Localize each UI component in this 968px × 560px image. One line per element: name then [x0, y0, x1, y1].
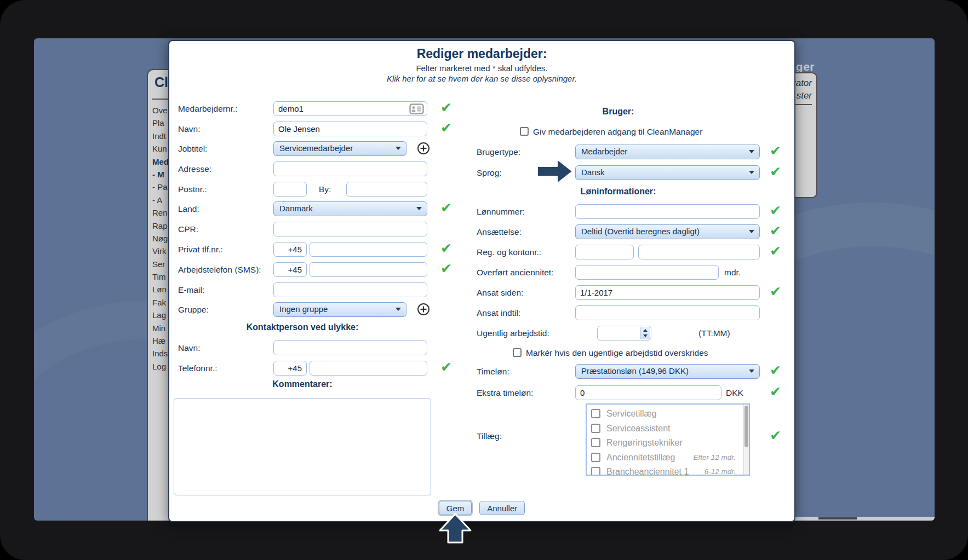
salary-number-input[interactable]: [575, 204, 760, 219]
seniority-input[interactable]: [575, 265, 719, 280]
comments-header: Kommentarer:: [174, 379, 431, 389]
employment-select[interactable]: Deltid (Overtid beregnes dagligt): [575, 224, 760, 239]
annotation-arrow-language: [536, 158, 575, 185]
cpr-label: CPR:: [178, 222, 198, 236]
jobtitle-select[interactable]: Servicemedarbejder: [273, 141, 406, 156]
address-input[interactable]: [273, 161, 427, 176]
supplement-label: Servicetillæg: [606, 407, 657, 421]
list-item[interactable]: Anciennitetstillæg Efter 12 mdr.: [587, 451, 742, 465]
contact-phone-label: Telefonnr.:: [178, 361, 217, 376]
valid-check-icon: ✔: [440, 261, 452, 276]
employee-number-input[interactable]: [273, 101, 427, 116]
page-fragment: [818, 517, 857, 519]
bank-reg-input[interactable]: [575, 245, 634, 259]
hourly-wage-value: Præstationsløn (149,96 DKK): [581, 365, 689, 378]
supplement-label: Brancheanciennitet 1: [606, 465, 689, 476]
valid-check-icon: ✔: [770, 203, 781, 218]
bank-account-label: Reg. og kontonr.:: [477, 245, 541, 259]
usertype-label: Brugertype:: [477, 145, 520, 159]
chevron-down-icon: [416, 207, 422, 210]
usertype-select[interactable]: Medarbejder: [575, 145, 760, 159]
cpr-input[interactable]: [273, 222, 427, 236]
city-input[interactable]: [346, 182, 427, 197]
jobtitle-label: Jobtitel:: [178, 141, 207, 156]
comments-textarea[interactable]: [174, 398, 431, 495]
private-phone-input[interactable]: [310, 242, 427, 257]
add-group-button[interactable]: [417, 303, 430, 316]
edit-employee-dialog: Rediger medarbejder: Felter markeret med…: [168, 40, 795, 522]
contact-phone-input[interactable]: [310, 361, 427, 376]
list-item[interactable]: Servicetillæg: [587, 407, 742, 421]
list-item[interactable]: Brancheanciennitet 1 6-12 mdr.: [587, 465, 742, 476]
zip-input[interactable]: [273, 182, 307, 197]
annotation-arrow-save: [438, 512, 472, 544]
group-value: Ingen gruppe: [279, 303, 328, 316]
group-select[interactable]: Ingen gruppe: [273, 302, 406, 317]
employment-value: Deltid (Overtid beregnes dagligt): [581, 225, 700, 238]
grant-access-checkbox[interactable]: [520, 127, 529, 136]
email-label: E-mail:: [178, 282, 204, 297]
chevron-down-icon: [749, 370, 754, 373]
valid-check-icon: ✔: [770, 223, 781, 238]
employment-label: Ansættelse:: [477, 224, 522, 239]
hired-until-input[interactable]: [575, 305, 760, 320]
list-item[interactable]: Rengøringstekniker: [587, 436, 742, 450]
contact-card-icon[interactable]: [409, 103, 424, 117]
work-phone-input[interactable]: [310, 262, 427, 277]
language-select[interactable]: Dansk: [575, 165, 760, 180]
supplement-checkbox[interactable]: [591, 467, 600, 476]
grant-access-label: Giv medarbejderen adgang til CleanManage…: [533, 126, 702, 137]
privacy-link[interactable]: Klik her for at se hvem der kan se disse…: [169, 74, 794, 83]
country-label: Land:: [178, 201, 199, 216]
valid-check-icon: ✔: [770, 363, 781, 378]
valid-check-icon: ✔: [770, 244, 781, 258]
supplement-checkbox[interactable]: [591, 409, 600, 418]
step-down-icon[interactable]: [643, 334, 648, 337]
valid-check-icon: ✔: [440, 100, 452, 115]
seniority-label: Overført anciennitet:: [477, 265, 553, 280]
supplements-label: Tillæg:: [477, 429, 502, 443]
extra-wage-unit: DKK: [726, 385, 743, 400]
valid-check-icon: ✔: [770, 164, 781, 179]
work-phone-prefix-input[interactable]: [273, 262, 307, 277]
hired-since-label: Ansat siden:: [477, 285, 523, 300]
name-input[interactable]: [273, 122, 427, 136]
valid-check-icon: ✔: [440, 360, 452, 374]
hired-since-input[interactable]: [575, 285, 760, 300]
weekly-hours-label: Ugentlig arbejdstid:: [477, 326, 549, 340]
private-phone-prefix-input[interactable]: [273, 242, 307, 257]
valid-check-icon: ✔: [770, 284, 781, 299]
supplement-note: Efter 12 mdr.: [693, 451, 736, 465]
contact-phone-prefix-input[interactable]: [273, 361, 307, 376]
chevron-down-icon: [749, 150, 754, 153]
hourly-wage-select[interactable]: Præstationsløn (149,96 DKK): [575, 364, 760, 379]
listbox-scrollbar[interactable]: [743, 405, 749, 475]
list-item[interactable]: Serviceassistent: [587, 422, 742, 436]
contact-name-input[interactable]: [273, 340, 427, 355]
valid-check-icon: ✔: [770, 143, 781, 158]
salary-number-label: Lønnummer:: [477, 204, 525, 219]
city-label: By:: [319, 182, 331, 197]
chevron-down-icon: [396, 147, 401, 150]
supplement-checkbox[interactable]: [591, 438, 600, 447]
add-jobtitle-button[interactable]: [417, 142, 430, 155]
supplement-label: Serviceassistent: [606, 422, 671, 436]
supplement-checkbox[interactable]: [591, 424, 600, 433]
supplement-checkbox[interactable]: [591, 453, 600, 462]
scrollbar-thumb[interactable]: [744, 406, 748, 447]
work-phone-label: Arbejdstelefon (SMS):: [178, 262, 261, 277]
cancel-button[interactable]: Annuller: [479, 501, 525, 515]
extra-wage-input[interactable]: [575, 385, 721, 400]
language-label: Sprog:: [477, 165, 502, 180]
country-select[interactable]: Danmark: [273, 201, 427, 216]
overtime-flag-checkbox[interactable]: [513, 348, 522, 357]
bank-account-input[interactable]: [638, 245, 760, 259]
supplements-listbox[interactable]: Servicetillæg Serviceassistent Rengøring…: [586, 403, 750, 476]
dialog-title: Rediger medarbejder:: [169, 47, 794, 61]
step-up-icon[interactable]: [643, 329, 648, 332]
jobtitle-value: Servicemedarbejder: [279, 142, 353, 155]
weekly-hours-stepper[interactable]: [640, 327, 650, 339]
overtime-flag-label: Markér hvis den ugentlige arbejdstid ove…: [526, 348, 708, 359]
email-input[interactable]: [273, 282, 427, 297]
language-value: Dansk: [581, 166, 605, 179]
